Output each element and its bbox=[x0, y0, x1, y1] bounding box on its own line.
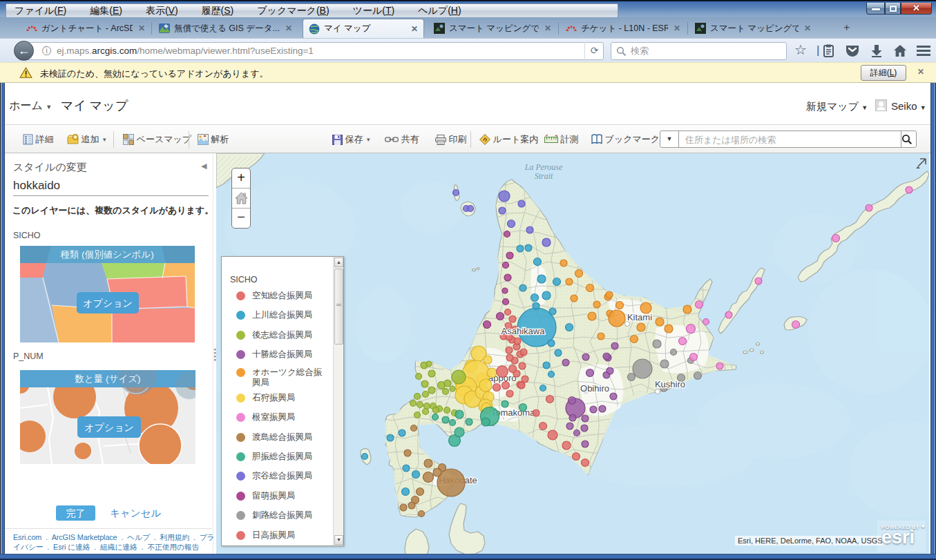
svg-text:La Perouse: La Perouse bbox=[524, 162, 563, 172]
svg-text:種類 (個別値シンボル): 種類 (個別値シンボル) bbox=[60, 249, 154, 260]
svg-text:Kitami: Kitami bbox=[627, 312, 652, 322]
svg-text:数と量 (サイズ): 数と量 (サイズ) bbox=[74, 374, 140, 384]
svg-text:Strait: Strait bbox=[535, 171, 553, 181]
svg-text:オプション: オプション bbox=[83, 298, 133, 309]
svg-text:Obihiro: Obihiro bbox=[580, 383, 609, 394]
svg-text:オプション: オプション bbox=[84, 422, 134, 433]
svg-text:Kushiro: Kushiro bbox=[655, 379, 685, 389]
svg-text:Asahikawa: Asahikawa bbox=[502, 326, 546, 336]
